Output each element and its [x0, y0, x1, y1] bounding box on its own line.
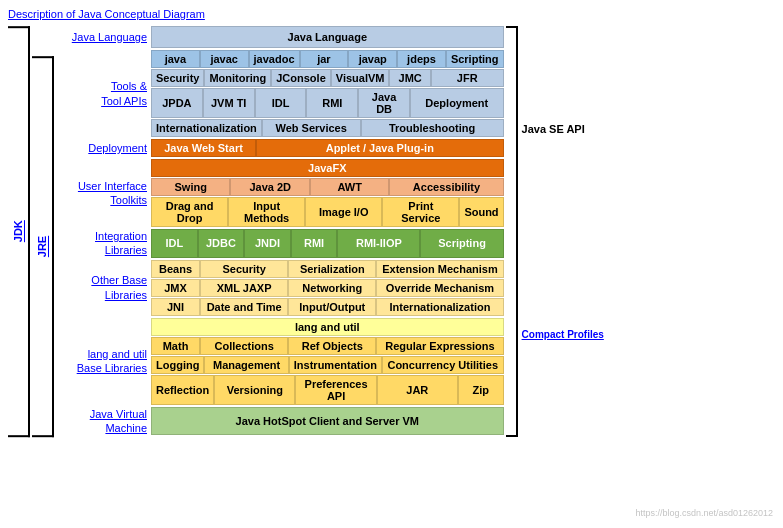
cell-rmi-iiop: RMI-IIOP — [337, 229, 420, 258]
cell-jar: JAR — [377, 375, 458, 405]
cell-logging: Logging — [151, 356, 204, 374]
row-label-java-language[interactable]: Java Language — [56, 26, 151, 48]
row-label-lang-util[interactable]: lang and utilBase Libraries — [56, 318, 151, 405]
row-label-integration[interactable]: IntegrationLibraries — [56, 229, 151, 258]
other-row3: JNI Date and Time Input/Output Internati… — [151, 298, 504, 316]
cell-override-mechanism: Override Mechanism — [376, 279, 503, 297]
jdk-label[interactable]: JDK — [8, 26, 30, 437]
cell-idl: IDL — [255, 88, 307, 118]
lang-util-row2: Logging Management Instrumentation Concu… — [151, 356, 504, 374]
row-label-tools[interactable]: Tools &Tool APIs — [56, 50, 151, 137]
row-lang-util: lang and utilBase Libraries lang and uti… — [56, 318, 504, 405]
jdk-label-area: JDK — [8, 26, 30, 437]
cell-ref-objects: Ref Objects — [288, 337, 376, 355]
row-integration: IntegrationLibraries IDL JDBC JNDI RMI R… — [56, 229, 504, 258]
cell-instrumentation: Instrumentation — [289, 356, 382, 374]
row-label-ui[interactable]: User InterfaceToolkits — [56, 159, 151, 227]
row-tools: Tools &Tool APIs java javac javadoc jar … — [56, 50, 504, 137]
cell-preferences-api: Preferences API — [295, 375, 376, 405]
cell-security-base: Security — [200, 260, 288, 278]
ui-row2: Swing Java 2D AWT Accessibility — [151, 178, 504, 196]
compact-profiles-label[interactable]: Compact Profiles — [522, 329, 604, 340]
page-title: Description of Java Conceptual Diagram — [8, 8, 775, 20]
cell-print-service: Print Service — [382, 197, 459, 227]
java-language-cell: Java Language — [151, 26, 504, 48]
jre-label-area: JRE — [32, 56, 54, 437]
cell-jndi: JNDI — [244, 229, 291, 258]
cell-web-services: Web Services — [262, 119, 361, 137]
row-label-jvm[interactable]: Java Virtual Machine — [56, 407, 151, 436]
outer-bracket-right — [506, 26, 518, 437]
cell-idl-int: IDL — [151, 229, 198, 258]
cell-internationalization-base: Internationalization — [376, 298, 503, 316]
cell-jmc: JMC — [389, 69, 430, 87]
cell-javadoc: javadoc — [249, 50, 300, 68]
row-java-language: Java Language Java Language — [56, 26, 504, 48]
cell-scripting-int: Scripting — [420, 229, 503, 258]
cell-security: Security — [151, 69, 204, 87]
cell-jdeps: jdeps — [397, 50, 446, 68]
cell-javap: javap — [348, 50, 397, 68]
diagram-wrapper: JDK JRE Java Language Java Language — [8, 26, 775, 437]
tools-content: java javac javadoc jar javap jdeps Scrip… — [151, 50, 504, 137]
cell-jpda: JPDA — [151, 88, 203, 118]
cell-input-methods: Input Methods — [228, 197, 305, 227]
ui-row3: Drag and Drop Input Methods Image I/O Pr… — [151, 197, 504, 227]
cell-image-io: Image I/O — [305, 197, 382, 227]
tools-row2: Security Monitoring JConsole VisualVM JM… — [151, 69, 504, 87]
cell-troubleshooting: Troubleshooting — [361, 119, 504, 137]
cell-management: Management — [204, 356, 288, 374]
jvm-content: Java HotSpot Client and Server VM — [151, 407, 504, 436]
cell-awt: AWT — [310, 178, 389, 196]
deployment-content: Java Web Start Applet / Java Plug-in — [151, 139, 504, 157]
lang-util-row0: lang and util — [151, 318, 504, 336]
cell-java-web-start: Java Web Start — [151, 139, 256, 157]
cell-jvmti: JVM TI — [203, 88, 255, 118]
tools-row3: JPDA JVM TI IDL RMI Java DB Deployment — [151, 88, 504, 118]
main-content: Java Language Java Language Tools &Tool … — [56, 26, 504, 437]
other-row2: JMX XML JAXP Networking Override Mechani… — [151, 279, 504, 297]
lang-util-row3: Reflection Versioning Preferences API JA… — [151, 375, 504, 405]
cell-input-output: Input/Output — [288, 298, 376, 316]
cell-jmx: JMX — [151, 279, 200, 297]
cell-scripting-tools: Scripting — [446, 50, 504, 68]
cell-swing: Swing — [151, 178, 230, 196]
cell-rmi: RMI — [306, 88, 358, 118]
lang-util-content: lang and util Math Collections Ref Objec… — [151, 318, 504, 405]
right-side: Java SE API Compact Profiles — [506, 26, 604, 437]
jre-area: JRE Java Language Java Language Tools &T… — [32, 26, 504, 437]
row-label-deployment[interactable]: Deployment — [56, 139, 151, 157]
cell-rmi-int: RMI — [291, 229, 338, 258]
cell-javac: javac — [200, 50, 249, 68]
cell-date-time: Date and Time — [200, 298, 288, 316]
cell-collections: Collections — [200, 337, 288, 355]
cell-internationalization: Internationalization — [151, 119, 262, 137]
cell-jni: JNI — [151, 298, 200, 316]
row-ui-toolkits: User InterfaceToolkits JavaFX Swing Java… — [56, 159, 504, 227]
cell-deployment-tools: Deployment — [410, 88, 504, 118]
cell-jconsole: JConsole — [271, 69, 331, 87]
cell-jdbc: JDBC — [198, 229, 245, 258]
cell-applet: Applet / Java Plug-in — [256, 139, 504, 157]
cell-drag-drop: Drag and Drop — [151, 197, 228, 227]
row-label-other-base[interactable]: Other BaseLibraries — [56, 260, 151, 316]
cell-networking: Networking — [288, 279, 376, 297]
cell-beans: Beans — [151, 260, 200, 278]
cell-jfr: JFR — [431, 69, 504, 87]
cell-java-db: Java DB — [358, 88, 410, 118]
other-row1: Beans Security Serialization Extension M… — [151, 260, 504, 278]
cell-java: java — [151, 50, 200, 68]
cell-javafx: JavaFX — [151, 159, 504, 177]
tools-row1: java javac javadoc jar javap jdeps Scrip… — [151, 50, 504, 68]
cell-serialization: Serialization — [288, 260, 376, 278]
lang-util-row1: Math Collections Ref Objects Regular Exp… — [151, 337, 504, 355]
cell-jar: jar — [300, 50, 349, 68]
cell-monitoring: Monitoring — [204, 69, 271, 87]
cell-accessibility: Accessibility — [389, 178, 503, 196]
java-se-api-label[interactable]: Java SE API — [522, 123, 585, 135]
cell-extension-mechanism: Extension Mechanism — [376, 260, 503, 278]
cell-reflection: Reflection — [151, 375, 214, 405]
cell-xml-jaxp: XML JAXP — [200, 279, 288, 297]
row-deployment: Deployment Java Web Start Applet / Java … — [56, 139, 504, 157]
jre-label[interactable]: JRE — [32, 56, 54, 437]
